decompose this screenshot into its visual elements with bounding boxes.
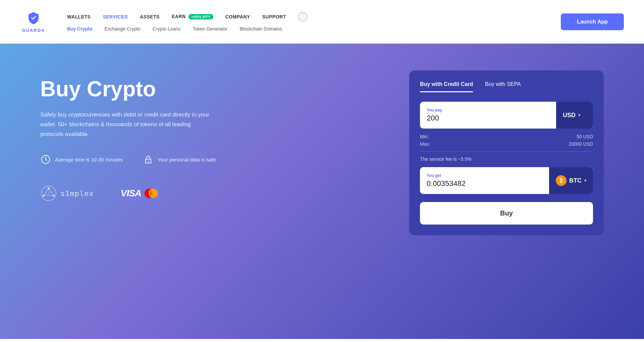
- you-pay-inner: You pay: [420, 102, 556, 128]
- pay-currency-text: USD: [563, 112, 576, 119]
- feature-time-text: Average time is 10-30 minutes: [55, 157, 123, 162]
- feature-time: Average time is 10-30 minutes: [40, 154, 123, 165]
- nav-token-generator[interactable]: Token Generator: [193, 26, 227, 32]
- you-pay-group: You pay USD ▾: [420, 102, 593, 129]
- nav-exchange-crypto[interactable]: Exchange Crypto: [104, 26, 140, 32]
- pay-currency-selector[interactable]: USD ▾: [556, 102, 593, 129]
- nav-buy-crypto[interactable]: Buy Crypto: [67, 26, 92, 32]
- svg-point-2: [148, 161, 149, 162]
- btc-icon: ₿: [556, 175, 567, 186]
- hero-features: Average time is 10-30 minutes Your perso…: [40, 154, 409, 165]
- you-get-group: You get ₿ BTC ▾: [420, 167, 593, 194]
- fee-text: The service fee is ~5.5%: [420, 156, 593, 162]
- visa-logo: VISA: [121, 188, 141, 199]
- get-currency-selector[interactable]: ₿ BTC ▾: [549, 167, 593, 194]
- hero-right: Buy with Credit Card Buy with SEPA You p…: [409, 70, 604, 235]
- nav-sub: Buy Crypto Exchange Crypto Crypto Loans …: [67, 26, 561, 32]
- tab-credit-card[interactable]: Buy with Credit Card: [420, 81, 473, 92]
- feature-security: Your personal data is safe: [143, 154, 216, 165]
- max-value: 20000 USD: [569, 141, 593, 147]
- divider: [420, 151, 593, 152]
- svg-point-13: [149, 189, 158, 198]
- you-pay-label: You pay: [427, 108, 549, 112]
- you-get-input[interactable]: [427, 179, 542, 188]
- you-pay-input[interactable]: [427, 114, 549, 123]
- simplex-text: s1mplex: [60, 189, 94, 198]
- max-row: Max: 20000 USD: [420, 141, 593, 147]
- nav-blockchain-domains[interactable]: Blockchain Domains: [239, 26, 282, 32]
- clock-icon: [40, 154, 51, 165]
- buy-widget: Buy with Credit Card Buy with SEPA You p…: [409, 70, 604, 235]
- max-label: Max:: [420, 141, 430, 147]
- you-get-label: You get: [427, 173, 542, 178]
- chevron-down-icon-2: ▾: [584, 178, 586, 183]
- logo: GUARDA: [20, 10, 47, 33]
- nav-crypto-loans[interactable]: Crypto Loans: [153, 26, 180, 32]
- simplex-network-icon: [40, 185, 57, 202]
- nav-wallets[interactable]: WALLETS: [67, 14, 91, 19]
- logo-icon: [26, 10, 41, 27]
- chevron-down-icon: ▾: [578, 113, 580, 117]
- widget-tabs: Buy with Credit Card Buy with SEPA: [420, 81, 593, 92]
- mastercard-logo: [144, 188, 159, 199]
- you-get-inner: You get: [420, 168, 549, 193]
- theme-toggle[interactable]: [298, 12, 308, 21]
- get-currency-text: BTC: [569, 177, 582, 184]
- feature-security-text: Your personal data is safe: [158, 157, 216, 162]
- payment-logos: VISA: [121, 188, 159, 199]
- main-nav: WALLETS SERVICES ASSETS EARN +40% APY CO…: [67, 12, 561, 32]
- nav-services[interactable]: SERVICES: [103, 14, 128, 19]
- nav-support[interactable]: SUPPORT: [262, 14, 286, 19]
- nav-assets[interactable]: ASSETS: [140, 14, 160, 19]
- header: GUARDA WALLETS SERVICES ASSETS EARN +40%…: [0, 0, 644, 44]
- nav-earn[interactable]: EARN +40% APY: [172, 14, 213, 19]
- hero-title: Buy Crypto: [40, 77, 409, 101]
- nav-company[interactable]: COMPANY: [225, 14, 250, 19]
- hero-description: Safely buy cryptocurrencies with debit o…: [40, 110, 215, 139]
- logo-text: GUARDA: [22, 28, 45, 33]
- min-label: Min:: [420, 134, 429, 139]
- hero-left: Buy Crypto Safely buy cryptocurrencies w…: [40, 70, 409, 202]
- hero-section: Buy Crypto Safely buy cryptocurrencies w…: [0, 44, 644, 339]
- nav-top: WALLETS SERVICES ASSETS EARN +40% APY CO…: [67, 12, 561, 21]
- tab-sepa[interactable]: Buy with SEPA: [485, 81, 521, 92]
- min-value: 50 USD: [577, 134, 593, 139]
- launch-app-button[interactable]: Launch App: [561, 13, 624, 30]
- simplex-logo: s1mplex: [40, 185, 94, 202]
- earn-badge: +40% APY: [189, 14, 213, 19]
- min-row: Min: 50 USD: [420, 134, 593, 139]
- hero-partners: s1mplex VISA: [40, 185, 409, 202]
- lock-icon: [143, 154, 154, 165]
- buy-button[interactable]: Buy: [420, 202, 593, 225]
